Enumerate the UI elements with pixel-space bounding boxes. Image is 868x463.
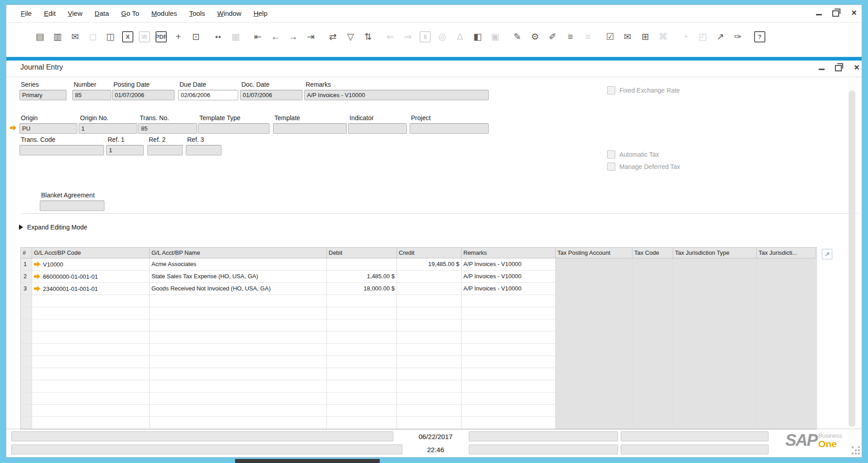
credit-cell[interactable]: [397, 344, 462, 356]
gl-account-code-cell[interactable]: V10000: [32, 258, 150, 271]
split-view-icon[interactable]: ◧: [472, 31, 484, 43]
menu-item-data[interactable]: Data: [94, 9, 109, 17]
column-header-3[interactable]: G/L Acct/BP Name: [150, 248, 327, 258]
credit-cell[interactable]: [397, 295, 462, 307]
indicator-input[interactable]: [348, 123, 407, 134]
remarks-cell[interactable]: [462, 405, 556, 417]
gl-account-code-cell[interactable]: [32, 344, 150, 356]
remarks-cell[interactable]: [462, 307, 556, 319]
child-minimize-button[interactable]: [816, 63, 826, 72]
template-type-input[interactable]: [198, 123, 269, 134]
column-header-6[interactable]: Remarks: [462, 248, 556, 258]
mail-alert-icon[interactable]: ✉: [622, 31, 634, 43]
minimize-button[interactable]: [814, 8, 824, 17]
trans-no-input[interactable]: 85: [138, 123, 197, 134]
document-settings-icon[interactable]: ✐: [547, 31, 559, 43]
previous-record-icon[interactable]: ←: [269, 31, 282, 43]
debit-cell[interactable]: [327, 405, 397, 417]
ref2-input[interactable]: [147, 145, 183, 155]
gl-account-name-cell[interactable]: [150, 417, 327, 429]
menu-item-modules[interactable]: Modules: [151, 9, 177, 17]
table-expand-icon[interactable]: ↗: [822, 249, 832, 259]
origin-no-input[interactable]: 1: [79, 123, 137, 134]
gl-account-name-cell[interactable]: [150, 356, 327, 368]
remarks-cell[interactable]: A/P Invoices - V10000: [462, 283, 556, 295]
debit-cell[interactable]: 1,485.00 $: [327, 271, 397, 283]
remarks-cell[interactable]: [462, 393, 556, 405]
restore-button[interactable]: [831, 8, 841, 17]
filter-icon[interactable]: ▽: [344, 31, 357, 43]
chat-icon[interactable]: ≡: [564, 31, 576, 43]
gl-account-code-cell[interactable]: [32, 380, 150, 393]
remarks-cell[interactable]: [462, 332, 556, 344]
column-header-5[interactable]: Credit: [397, 248, 462, 258]
gl-account-name-cell[interactable]: [150, 332, 327, 344]
credit-cell[interactable]: [397, 356, 462, 368]
last-record-icon[interactable]: ⇥: [305, 31, 317, 43]
debit-cell[interactable]: [327, 258, 397, 271]
menu-item-help[interactable]: Help: [254, 9, 268, 17]
child-restore-button[interactable]: [834, 63, 844, 72]
fixed-exchange-rate-checkbox[interactable]: [607, 86, 615, 94]
template-input[interactable]: [273, 123, 347, 134]
column-header-9[interactable]: Tax Jurisdiction Type: [673, 248, 757, 258]
debit-cell[interactable]: [327, 307, 397, 319]
credit-cell[interactable]: [397, 283, 462, 295]
first-record-icon[interactable]: ⇤: [252, 31, 264, 43]
menu-item-tools[interactable]: Tools: [189, 9, 205, 17]
checklist-icon[interactable]: ☑: [604, 31, 616, 43]
next-record-icon[interactable]: →: [287, 31, 299, 43]
column-header-10[interactable]: Tax Jurisdicti...: [757, 248, 816, 258]
series-input[interactable]: Primary: [19, 90, 66, 100]
find-icon[interactable]: ●●: [212, 31, 224, 43]
posting-date-input[interactable]: 01/07/2006: [112, 90, 175, 100]
ref3-input[interactable]: [186, 145, 222, 155]
credit-cell[interactable]: [397, 405, 462, 417]
email-icon[interactable]: ✉: [69, 31, 81, 43]
automatic-tax-checkbox[interactable]: [607, 150, 615, 159]
gl-account-name-cell[interactable]: [150, 368, 327, 380]
gl-account-code-cell[interactable]: 66000000-01-001-01: [32, 271, 150, 283]
debit-cell[interactable]: 18,000.00 $: [327, 283, 397, 295]
ref1-input[interactable]: 1: [106, 145, 144, 155]
credit-cell[interactable]: [397, 319, 462, 332]
link-arrow-icon[interactable]: [34, 286, 40, 291]
debit-cell[interactable]: [327, 332, 397, 344]
gl-account-name-cell[interactable]: [150, 393, 327, 405]
debit-cell[interactable]: [327, 319, 397, 332]
debit-cell[interactable]: [327, 417, 397, 429]
menu-item-view[interactable]: View: [68, 9, 82, 17]
remarks-cell[interactable]: [462, 344, 556, 356]
export-excel-icon[interactable]: X: [122, 31, 133, 42]
trans-code-input[interactable]: [19, 145, 104, 155]
column-header-7[interactable]: Tax Posting Account: [556, 248, 632, 258]
credit-cell[interactable]: [397, 368, 462, 380]
gl-account-code-cell[interactable]: [32, 319, 150, 332]
preview-document-icon[interactable]: ▤: [34, 31, 46, 43]
gl-account-code-cell[interactable]: 23400001-01-001-01: [32, 283, 150, 295]
sort-icon[interactable]: ⇅: [362, 31, 374, 43]
gl-account-name-cell[interactable]: [150, 344, 327, 356]
remarks-cell[interactable]: [462, 295, 556, 307]
child-close-button[interactable]: ×: [852, 63, 862, 72]
debit-cell[interactable]: [327, 356, 397, 368]
edit-icon[interactable]: ✎: [511, 31, 524, 43]
refresh-icon[interactable]: ⇄: [327, 31, 339, 43]
analysis-icon[interactable]: ↗: [714, 31, 726, 43]
remarks-cell[interactable]: [462, 417, 556, 429]
gl-account-code-cell[interactable]: [32, 307, 150, 319]
gl-account-code-cell[interactable]: [32, 393, 150, 405]
gl-account-name-cell[interactable]: [150, 405, 327, 417]
gl-account-name-cell[interactable]: [150, 295, 327, 307]
remarks-cell[interactable]: [462, 380, 556, 393]
credit-cell[interactable]: [397, 332, 462, 344]
credit-cell[interactable]: [397, 380, 462, 393]
remarks-cell[interactable]: A/P Invoices - V10000: [462, 258, 556, 271]
vertical-scrollbar[interactable]: [849, 90, 855, 427]
due-date-input[interactable]: 02/06/2006: [178, 90, 238, 100]
credit-cell[interactable]: [397, 393, 462, 405]
remarks-input[interactable]: A/P Invoices - V10000: [304, 90, 489, 100]
credit-cell[interactable]: [397, 271, 462, 283]
gl-account-name-cell[interactable]: State Sales Tax Expense (HO, USA, GA): [150, 271, 327, 283]
gl-account-name-cell[interactable]: [150, 319, 327, 332]
